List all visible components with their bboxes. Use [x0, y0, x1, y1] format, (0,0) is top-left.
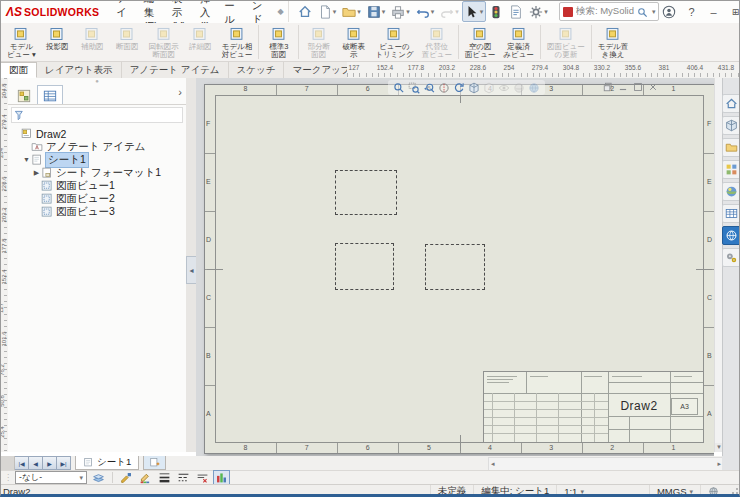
tree-item-7[interactable]: 図面ビュー3: [8, 205, 186, 218]
panel-expand-chevron-icon[interactable]: ›: [178, 86, 182, 98]
ribbon-button-5[interactable]: 回転図示 断面図: [145, 23, 183, 61]
ribbon-button-16[interactable]: モデル置 き換え: [594, 23, 633, 61]
file-properties-button[interactable]: [506, 1, 526, 22]
help-button[interactable]: ?: [681, 3, 701, 21]
magnifier-icon[interactable]: [637, 3, 648, 21]
tab-3[interactable]: アノテート アイテム: [122, 62, 229, 78]
connectivity-globe-icon[interactable]: [700, 485, 726, 497]
tree-item-6[interactable]: 図面ビュー2: [8, 192, 186, 205]
print-button[interactable]: ▾: [388, 1, 413, 22]
open-button[interactable]: ▾: [339, 1, 364, 22]
file-explorer-tab[interactable]: [722, 138, 740, 157]
tab-2[interactable]: レイアウト表示: [37, 62, 122, 78]
ribbon-button-2[interactable]: 投影図: [40, 23, 75, 61]
zoom-area-button[interactable]: [408, 82, 420, 94]
ribbon-button-9[interactable]: 部分断 面図: [301, 23, 336, 61]
doc-maximize-button[interactable]: [633, 81, 643, 92]
layer-select[interactable]: -なし- ▾: [15, 471, 87, 484]
ribbon-button-8[interactable]: 標準3 面図: [261, 23, 296, 61]
undo-button[interactable]: ▾: [413, 1, 438, 22]
view-settings-globe-button[interactable]: [528, 82, 540, 94]
tree-item-4[interactable]: ▶シート フォーマット1: [8, 166, 186, 179]
design-library-tab[interactable]: [722, 116, 740, 135]
search-dropdown-caret-icon[interactable]: ▾: [652, 8, 656, 16]
menu-ツール[interactable]: ツール(T): [217, 0, 244, 23]
previous-view-button[interactable]: [423, 82, 435, 94]
new-document-button[interactable]: ▾: [315, 1, 340, 22]
empty-drawing-view-2[interactable]: [335, 243, 394, 290]
window-layout-button[interactable]: ⊞: [725, 3, 740, 21]
tab-4[interactable]: スケッチ: [229, 62, 285, 78]
home-button[interactable]: [295, 1, 315, 22]
ribbon-button-11[interactable]: ビューの トリミング: [371, 23, 417, 61]
add-sheet-tab[interactable]: [143, 456, 166, 470]
ribbon-button-4[interactable]: 断面図: [110, 23, 145, 61]
line-style-button[interactable]: [175, 470, 192, 485]
section-view-button[interactable]: [438, 82, 450, 94]
edit-appearance-button[interactable]: [513, 82, 525, 94]
custom-properties-tab[interactable]: [722, 204, 740, 223]
view-orientation-button[interactable]: [468, 82, 480, 94]
previous-sheet-button[interactable]: ◀: [29, 456, 43, 470]
display-style-button[interactable]: [483, 82, 495, 94]
line-color-button[interactable]: [137, 470, 154, 485]
ribbon-button-15[interactable]: 図面ビュー の更新: [543, 23, 589, 61]
menu-pin-icon[interactable]: ◆: [278, 7, 284, 16]
options-gear-button[interactable]: ▾: [526, 1, 551, 22]
appearances-sphere-tab[interactable]: [722, 182, 740, 201]
tree-item-1[interactable]: Draw2: [8, 127, 186, 140]
login-user-button[interactable]: [659, 3, 679, 21]
scroll-left-arrow-icon[interactable]: ◂: [489, 460, 497, 468]
next-sheet-button[interactable]: ▶: [43, 456, 57, 470]
select-arrow-button[interactable]: ▾: [462, 1, 487, 22]
menu-編集[interactable]: 編集(E): [137, 0, 165, 23]
title-block[interactable]: Draw2 A3: [483, 371, 704, 443]
statusbar-scale[interactable]: 1:1▾: [556, 485, 591, 497]
settings-gears-tab[interactable]: [722, 248, 740, 267]
view-palette-tab[interactable]: [722, 160, 740, 179]
forum-globe-tab[interactable]: [722, 226, 740, 245]
rotate-view-button[interactable]: [453, 82, 465, 94]
tree-filter-input[interactable]: [11, 107, 183, 123]
empty-drawing-view-3[interactable]: [425, 244, 485, 290]
tree-item-5[interactable]: 図面ビュー1: [8, 179, 186, 192]
sheet-tab-1[interactable]: シート1: [75, 456, 139, 470]
menu-ファイル[interactable]: ファイル(F): [109, 0, 136, 23]
empty-drawing-view-1[interactable]: [335, 170, 397, 215]
tree-item-3[interactable]: ▼シート1: [8, 153, 186, 166]
resources-home-tab[interactable]: [722, 94, 740, 113]
drawing-sheet[interactable]: Draw2 A3 8877665544332211FFEEDDCCBBAA: [204, 84, 714, 454]
statusbar-units[interactable]: MMGS▾: [649, 485, 700, 497]
search-input[interactable]: 検索: MySolid ▾: [559, 2, 660, 21]
line-thickness-button[interactable]: [156, 470, 173, 485]
first-sheet-button[interactable]: |◀: [15, 456, 29, 470]
menu-挿入[interactable]: 挿入(I): [193, 0, 218, 23]
doc-minimize-button[interactable]: [618, 81, 628, 92]
hide-show-edges-button[interactable]: [194, 470, 211, 485]
resize-grip[interactable]: [730, 488, 738, 496]
ribbon-button-12[interactable]: 代替位 置ビュー: [418, 23, 456, 61]
horizontal-scrollbar[interactable]: ◂ ▸: [488, 457, 724, 471]
doc-close-button[interactable]: [648, 81, 658, 92]
tree-item-2[interactable]: アノテート アイテム: [8, 140, 186, 153]
menu-表示[interactable]: 表示(V): [165, 0, 193, 23]
redo-button[interactable]: ▾: [437, 1, 462, 22]
tab-1[interactable]: 図面: [0, 62, 37, 78]
ribbon-button-1[interactable]: モデル ビュー ▾: [3, 23, 40, 61]
tree-expand-arrow-icon[interactable]: ▼: [22, 156, 31, 163]
save-button[interactable]: ▾: [364, 1, 389, 22]
layer-properties-button[interactable]: [90, 470, 107, 485]
toolbar-grip[interactable]: ⋮: [4, 473, 12, 482]
last-sheet-button[interactable]: ▶|: [57, 456, 71, 470]
ribbon-button-7[interactable]: モデル相 対ビュー: [218, 23, 257, 61]
tree-expand-arrow-icon[interactable]: ▶: [32, 169, 41, 177]
hide-show-items-button[interactable]: [498, 82, 510, 94]
ribbon-button-14[interactable]: 定義済 みビュー: [499, 23, 538, 61]
ribbon-button-13[interactable]: 空の図 面ビュー: [461, 23, 499, 61]
tab-featuremanager-tree[interactable]: [11, 85, 37, 104]
ribbon-button-10[interactable]: 破断表 示: [336, 23, 371, 61]
edge-color-button[interactable]: [118, 470, 135, 485]
doc-restore-button[interactable]: [603, 81, 613, 92]
ribbon-button-3[interactable]: 補助図: [75, 23, 110, 61]
graphics-viewport[interactable]: Draw2 A3 8877665544332211FFEEDDCCBBAA: [196, 78, 714, 456]
